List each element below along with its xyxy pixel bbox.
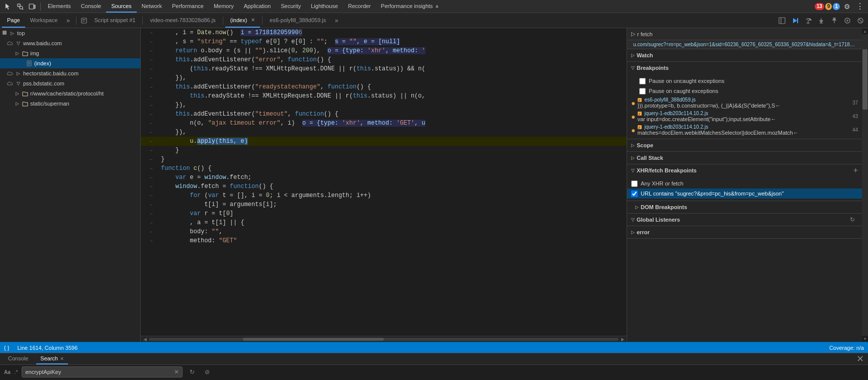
tree-item-hector[interactable]: ▷ hectorstatic.baidu.com: [0, 68, 140, 78]
error-header[interactable]: ▷ error: [627, 226, 862, 238]
tab-network[interactable]: Network: [137, 0, 167, 13]
xhr-url-checkbox[interactable]: [631, 191, 638, 197]
search-input[interactable]: [25, 369, 172, 375]
panel-tabs-more2[interactable]: »: [331, 15, 342, 26]
scroll-right[interactable]: ▶: [620, 336, 626, 342]
settings-icon[interactable]: ⚙: [841, 1, 853, 13]
bp-item-jquery1[interactable]: ● J jquery-1-edb203c114.10.2.js var in: [627, 110, 862, 123]
snippet-icon[interactable]: [78, 15, 90, 26]
folder-icon-rwww: [22, 90, 28, 97]
warn-badge: 9: [825, 3, 832, 10]
tab-console-bottom[interactable]: Console: [4, 353, 32, 364]
tree-label: top: [17, 30, 25, 36]
inspect-icon[interactable]: [14, 1, 26, 13]
code-content[interactable]: – , i = Date.now() i = 1718182059906 – ,…: [141, 28, 627, 336]
close-search-tab[interactable]: ✕: [60, 356, 64, 361]
global-refresh-icon[interactable]: ↻: [847, 214, 858, 225]
tree-item-static[interactable]: ▷ static/superman: [0, 99, 140, 109]
right-vscroll[interactable]: ▲ ▼: [862, 28, 868, 342]
svg-marker-17: [820, 21, 823, 23]
vscroll-down[interactable]: ▼: [862, 336, 868, 342]
close-index-tab[interactable]: ✕: [251, 17, 255, 23]
code-line: – for (var t = [], i = 0; i < arguments.…: [141, 191, 627, 200]
tree-label-static: static/superman: [30, 101, 69, 107]
tab-script-snippet[interactable]: Script snippet #1: [90, 13, 141, 28]
pause-caught-checkbox[interactable]: [639, 88, 646, 94]
code-line: – , a = t[1] || {: [141, 218, 627, 227]
watch-header[interactable]: ▷ Watch: [627, 49, 862, 61]
bottom-close-button[interactable]: ✕: [856, 353, 864, 364]
svg-line-26: [859, 19, 862, 22]
pause-uncaught-item[interactable]: Pause on uncaught exceptions: [627, 76, 862, 86]
tab-workspace[interactable]: Workspace: [25, 13, 63, 28]
tab-elements[interactable]: Elements: [43, 0, 76, 13]
step-into-icon[interactable]: [816, 15, 827, 26]
pause-uncaught-checkbox[interactable]: [639, 78, 646, 84]
panel-tabs-more[interactable]: »: [63, 15, 74, 26]
search-clear-button[interactable]: ✕: [174, 368, 179, 375]
tree-item-pss[interactable]: ▽ pss.bdstatic.com: [0, 78, 140, 88]
tab-page[interactable]: Page: [2, 13, 25, 28]
vscroll-up[interactable]: ▲: [862, 28, 868, 34]
tree-item-index[interactable]: (index): [0, 58, 140, 68]
hscroll-track[interactable]: [149, 338, 619, 341]
status-brace[interactable]: { }: [4, 345, 9, 351]
tab-application[interactable]: Application: [239, 0, 276, 13]
xhr-header[interactable]: ▽ XHR/fetch Breakpoints +: [627, 164, 862, 176]
bp-item-es6[interactable]: ● J es6-polyfill_388d059.js })).protot: [627, 96, 862, 110]
section-scope: ▷ Scope: [627, 139, 862, 152]
xhr-item-url[interactable]: URL contains "sugrec?&prod=pc_his&from=p…: [627, 188, 862, 199]
fetch-rw-header[interactable]: ▷ r fetch: [627, 28, 862, 40]
code-hscrollbar[interactable]: ◀ ▶: [141, 336, 627, 342]
tab-es6-polyfill[interactable]: es6-polyfill_388d059.js: [265, 13, 331, 28]
tree-item-img[interactable]: ▷ img: [0, 48, 140, 58]
tab-security[interactable]: Security: [276, 0, 306, 13]
search-refresh-button[interactable]: ↻: [187, 366, 198, 377]
tab-performance-insights[interactable]: Performance insights: [376, 0, 444, 13]
tab-index[interactable]: (index) ✕: [225, 13, 261, 28]
scope-title: Scope: [637, 142, 653, 148]
bp-dot-2: ●: [631, 113, 635, 120]
tab-sources[interactable]: Sources: [106, 0, 136, 13]
deactivate-breakpoints-icon[interactable]: [855, 15, 866, 26]
more-icon[interactable]: ⋮: [854, 1, 866, 13]
step-icon[interactable]: [842, 15, 853, 26]
dom-header[interactable]: ▷ DOM Breakpoints: [627, 201, 862, 213]
right-panel-scroll[interactable]: ▷ r fetch u.com/sugrec?=m=pc_web&json=1&…: [627, 28, 862, 342]
scroll-left[interactable]: ◀: [142, 336, 148, 342]
cursor-icon[interactable]: [2, 1, 14, 13]
tab-recorder[interactable]: Recorder: [343, 0, 376, 13]
sidebar-toggle-icon[interactable]: [776, 15, 788, 26]
step-out-icon[interactable]: [829, 15, 840, 26]
scope-header[interactable]: ▷ Scope: [627, 139, 862, 151]
device-icon[interactable]: [26, 1, 38, 13]
callstack-header[interactable]: ▷ Call Stack: [627, 152, 862, 164]
vscroll-track[interactable]: [862, 34, 868, 336]
tree-item-rwww[interactable]: ▷ r/www/cache/static/protocol/ht: [0, 88, 140, 99]
bp-item-jquery2[interactable]: ● J jquery-1-edb203c114.10.2.js matche: [627, 123, 862, 137]
dom-title: DOM Breakpoints: [641, 204, 687, 210]
step-over-icon[interactable]: [803, 15, 814, 26]
svg-rect-27: [3, 31, 7, 35]
tree-item-baidu[interactable]: ▽ www.baidu.com: [0, 38, 140, 48]
code-line: – return o.body = (s || "").slice(0, 200…: [141, 46, 627, 55]
pause-caught-item[interactable]: Pause on caught exceptions: [627, 86, 862, 96]
tab-performance[interactable]: Performance: [167, 0, 209, 13]
bp-filename-3: jquery-1-edb203c114.10.2.js: [644, 124, 708, 130]
tree-item-top[interactable]: ▷ top: [0, 28, 140, 38]
tab-video-meet[interactable]: video-meet-7833028d86.js: [145, 13, 220, 28]
search-cancel-button[interactable]: ⊘: [202, 366, 213, 377]
resume-icon[interactable]: [790, 15, 801, 26]
tab-lighthouse[interactable]: Lighthouse: [306, 0, 343, 13]
tab-search-bottom[interactable]: Search ✕: [36, 353, 68, 364]
code-line: – }: [141, 155, 627, 164]
search-input-wrapper[interactable]: ✕: [22, 366, 183, 377]
tab-memory[interactable]: Memory: [209, 0, 239, 13]
xhr-item-any[interactable]: Any XHR or fetch: [627, 178, 862, 188]
xhr-any-checkbox[interactable]: [631, 180, 638, 187]
breakpoints-header[interactable]: ▽ Breakpoints: [627, 62, 862, 74]
tree-label-index: (index): [34, 60, 51, 66]
xhr-add-button[interactable]: +: [853, 166, 858, 174]
tab-console[interactable]: Console: [76, 0, 106, 13]
global-header[interactable]: ▽ Global Listeners ↻: [627, 214, 862, 226]
